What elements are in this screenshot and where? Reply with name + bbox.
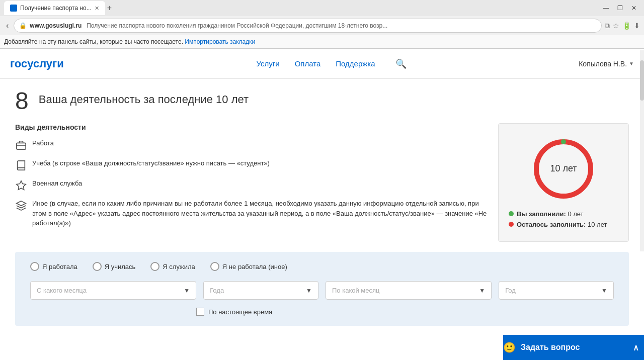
search-icon[interactable]: 🔍: [395, 58, 407, 69]
main-content: 8 Ваша деятельность за последние 10 лет …: [0, 79, 644, 336]
site-logo: госуслуги: [10, 57, 64, 70]
activity-item-study: Учеба (в строке «Ваша должность/статус/з…: [15, 158, 488, 171]
minimize-button[interactable]: —: [600, 2, 612, 14]
radio-circle-notworked: [210, 262, 219, 271]
secure-icon: 🔒: [19, 22, 27, 29]
donut-chart: 10 лет: [528, 134, 599, 204]
legend-filled-text: Вы заполнили: 0 лет: [517, 210, 584, 218]
form-area: Я работала Я училась Я служила Я не рабо…: [15, 252, 629, 326]
activity-item-other: Иное (в случае, если по каким либо причи…: [15, 199, 488, 228]
logo-uslugi: услуги: [27, 57, 64, 70]
logo-gos: гос: [10, 57, 27, 70]
nav-services[interactable]: Услуги: [256, 59, 279, 68]
donut-legend: Вы заполнили: 0 лет Осталось заполнить: …: [509, 210, 618, 231]
checkbox-row: По настоящее время: [196, 308, 614, 316]
radio-circle-served: [150, 262, 159, 271]
tab-title: Получение паспорта но...: [20, 5, 92, 12]
scrollbar-thumb[interactable]: [640, 60, 644, 101]
address-path: Получение паспорта нового поколения граж…: [87, 22, 596, 29]
radio-notworked[interactable]: Я не работала (иное): [210, 262, 287, 271]
site-header: госуслуги Услуги Оплата Поддержка 🔍 Копы…: [0, 49, 644, 79]
browser-chrome: Получение паспорта но... ✕ + — ❐ ✕ ‹ 🔒 w…: [0, 0, 644, 49]
tab-favicon: [10, 5, 17, 12]
donut-chart-container: 10 лет Вы заполнили: 0 лет Осталось запо…: [498, 123, 629, 242]
donut-center-text: 10 лет: [550, 163, 577, 173]
activity-item-military: Военная служба: [15, 178, 488, 192]
briefcase-icon: [15, 139, 27, 151]
activity-types-title: Виды деятельности: [15, 123, 488, 131]
section-header: 8 Ваша деятельность за последние 10 лет: [15, 89, 629, 113]
radio-studied[interactable]: Я училась: [93, 262, 136, 271]
legend-remaining-text: Осталось заполнить: 10 лет: [517, 221, 607, 228]
activity-label-other: Иное (в случае, если по каким либо причи…: [32, 199, 488, 228]
book-icon: [15, 159, 27, 171]
radio-group: Я работала Я училась Я служила Я не рабо…: [30, 262, 614, 271]
nav-payment[interactable]: Оплата: [295, 59, 321, 68]
svg-marker-3: [17, 201, 26, 206]
browser-tab[interactable]: Получение паспорта но... ✕: [4, 1, 105, 15]
to-month-placeholder: По какой месяц: [332, 287, 379, 294]
browser-toolbar: ‹ 🔒 www.gosuslugi.ru Получение паспорта …: [0, 16, 644, 35]
user-dropdown-arrow: ▼: [629, 61, 634, 66]
from-year-placeholder: Года: [210, 287, 224, 294]
bookmarks-text: Добавляйте на эту панель сайты, которые …: [4, 38, 183, 45]
layers-icon: [15, 200, 27, 212]
user-name: Копылова Н.В.: [579, 60, 627, 68]
to-month-chevron: ▼: [479, 287, 485, 294]
radio-label-notworked: Я не работала (иное): [222, 263, 287, 271]
radio-circle-worked: [30, 262, 39, 271]
address-bar[interactable]: 🔒 www.gosuslugi.ru Получение паспорта но…: [14, 19, 602, 33]
site-nav: Услуги Оплата Поддержка 🔍: [84, 58, 579, 69]
to-year-dropdown[interactable]: Год ▼: [499, 281, 614, 300]
radio-label-worked: Я работала: [42, 263, 77, 271]
battery-icon: 🔋: [622, 22, 631, 30]
content-right: 10 лет Вы заполнили: 0 лет Осталось запо…: [498, 123, 629, 242]
to-month-dropdown[interactable]: По какой месяц ▼: [326, 281, 492, 300]
star-icon[interactable]: ☆: [613, 22, 619, 30]
nav-support[interactable]: Поддержка: [336, 59, 375, 68]
content-area: Виды деятельности Работа: [15, 123, 629, 242]
to-year-placeholder: Год: [505, 287, 516, 294]
toolbar-icons: ⧉ ☆ 🔋 ⬇: [605, 22, 640, 30]
radio-label-served: Я служила: [163, 263, 195, 271]
scrollbar-track: [640, 50, 644, 251]
radio-served[interactable]: Я служила: [150, 262, 195, 271]
import-bookmarks-link[interactable]: Импортировать закладки: [185, 38, 255, 45]
titlebar-left: Получение паспорта но... ✕ +: [4, 1, 596, 15]
dropdowns-row: С какого месяца ▼ Года ▼ По какой месяц …: [30, 281, 614, 300]
new-tab-button[interactable]: +: [107, 4, 112, 13]
radio-circle-studied: [93, 262, 102, 271]
close-button[interactable]: ✕: [628, 2, 640, 14]
from-month-dropdown[interactable]: С какого месяца ▼: [30, 281, 196, 300]
legend-filled: Вы заполнили: 0 лет: [509, 210, 618, 218]
step-number: 8: [15, 89, 29, 113]
user-area[interactable]: Копылова Н.В. ▼: [579, 60, 634, 68]
radio-worked[interactable]: Я работала: [30, 262, 77, 271]
section-title: Ваша деятельность за последние 10 лет: [39, 93, 249, 106]
activity-item-work: Работа: [15, 138, 488, 151]
to-year-chevron: ▼: [601, 287, 607, 294]
restore-button[interactable]: ❐: [614, 2, 626, 14]
back-button[interactable]: ‹: [4, 20, 11, 31]
download-icon[interactable]: ⬇: [634, 22, 640, 30]
activity-label-study: Учеба (в строке «Ваша должность/статус/з…: [32, 158, 270, 168]
radio-label-studied: Я училась: [105, 263, 136, 271]
content-left: Виды деятельности Работа: [15, 123, 488, 242]
present-checkbox-label: По настоящее время: [208, 308, 272, 316]
legend-dot-green: [509, 211, 514, 216]
legend-dot-red: [509, 222, 514, 227]
from-month-chevron: ▼: [184, 287, 190, 294]
present-checkbox[interactable]: [196, 308, 204, 316]
svg-marker-2: [17, 181, 26, 190]
from-year-dropdown[interactable]: Года ▼: [203, 281, 318, 300]
from-month-placeholder: С какого месяца: [37, 287, 87, 294]
tab-close-icon[interactable]: ✕: [95, 5, 99, 12]
legend-remaining: Осталось заполнить: 10 лет: [509, 221, 618, 228]
ask-question-button[interactable]: 🙂 Задать вопрос ∧: [503, 335, 644, 336]
svg-rect-0: [17, 143, 26, 149]
activity-label-work: Работа: [32, 138, 54, 148]
from-year-chevron: ▼: [306, 287, 312, 294]
activity-label-military: Военная служба: [32, 178, 82, 189]
star-icon: [15, 179, 27, 192]
copy-icon[interactable]: ⧉: [605, 22, 610, 30]
